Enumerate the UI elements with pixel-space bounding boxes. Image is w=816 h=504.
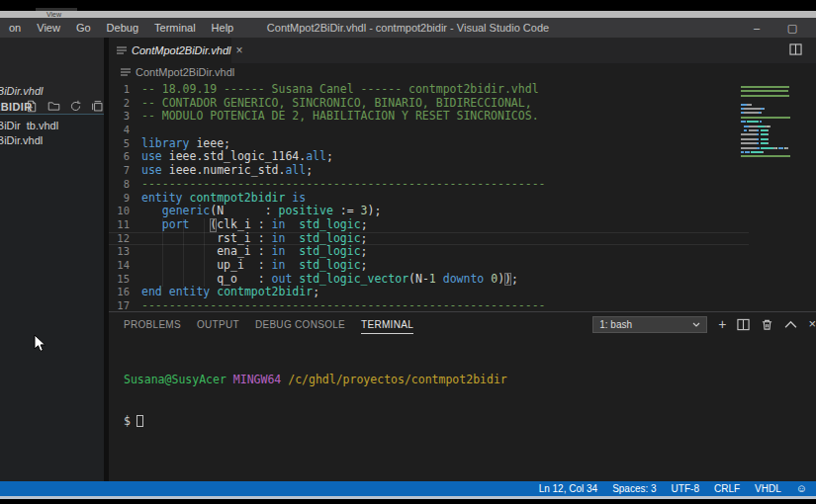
- tab-close-icon[interactable]: ×: [235, 44, 242, 56]
- new-folder-icon[interactable]: [47, 99, 60, 115]
- file-tree-item-label: ContMpot2BiDir_tb.vhdl: [0, 120, 58, 129]
- status-item[interactable]: VHDL: [755, 483, 781, 494]
- line-number: 17: [109, 299, 141, 311]
- terminal-cursor: [136, 415, 143, 427]
- open-editor-filename: ContMpot2BiDir.vhdl: [0, 85, 43, 96]
- new-terminal-icon[interactable]: +: [718, 317, 726, 331]
- code-line: 14 up_i : in std_logic;: [109, 259, 816, 273]
- editor-actions: [789, 38, 802, 63]
- terminal-input-line: $: [124, 414, 816, 428]
- status-item[interactable]: UTF-8: [672, 483, 699, 494]
- file-tree-item[interactable]: ContMpot2BiDir.vhdl: [0, 129, 108, 144]
- screen: View onViewGoDebugTerminalHelp ContMpot2…: [0, 0, 816, 504]
- open-editor-entry[interactable]: ContMpot2BiDir.vhdl: [0, 81, 109, 96]
- code-line: 17--------------------------------------…: [109, 299, 816, 311]
- code-editor[interactable]: 1-- 18.09.19 ------ Susana Canel ------ …: [109, 81, 816, 311]
- line-number: 13: [109, 245, 141, 259]
- terminal-shell-select[interactable]: 1: bash: [592, 316, 707, 333]
- refresh-icon[interactable]: [69, 99, 82, 115]
- explorer-actions: [26, 99, 104, 115]
- line-number: 3: [109, 110, 141, 124]
- code-line: 3-- MODULO POTENCIA DE 2, HABILITACION Y…: [109, 110, 816, 124]
- code-line: 5library ieee;: [109, 137, 816, 151]
- collapse-all-icon[interactable]: [91, 99, 104, 115]
- code-line: 7use ieee.numeric_std.all;: [109, 164, 816, 178]
- split-terminal-icon[interactable]: [737, 318, 750, 331]
- title-bar: onViewGoDebugTerminalHelp ContMpot2BiDir…: [0, 18, 816, 38]
- terminal-prompt-line: Susana@SusyAcer MINGW64 /c/ghdl/proyecto…: [124, 373, 816, 386]
- menu-item-on[interactable]: on: [1, 18, 29, 38]
- feedback-smiley-icon[interactable]: ☺: [796, 483, 807, 494]
- panel-tab-terminal[interactable]: TERMINAL: [361, 315, 413, 334]
- code-line: 6use ieee.std_logic_1164.all;: [109, 150, 816, 164]
- line-number: 4: [109, 124, 141, 137]
- kill-terminal-icon[interactable]: [761, 318, 773, 331]
- file-tree-item[interactable]: ContMpot2BiDir_tb.vhdl: [0, 115, 108, 129]
- status-items: Ln 12, Col 34Spaces: 3UTF-8CRLFVHDL: [539, 483, 781, 494]
- line-number: 6: [109, 150, 141, 164]
- line-number: 16: [109, 286, 141, 299]
- line-number: 11: [109, 218, 141, 232]
- menu-item-go[interactable]: Go: [68, 18, 99, 38]
- shell-select-value: 1: bash: [599, 319, 632, 330]
- panel-header: PROBLEMSOUTPUTDEBUG CONSOLETERMINAL 1: b…: [109, 312, 816, 336]
- tab-bar: ContMpot2BiDir.vhdl ×: [109, 38, 816, 63]
- menu-item-debug[interactable]: Debug: [99, 18, 146, 38]
- panel-tab-debug-console[interactable]: DEBUG CONSOLE: [255, 315, 345, 333]
- file-tree: ContMpot2BiDir_tb.vhdlContMpot2BiDir.vhd…: [0, 114, 109, 481]
- panel-tab-problems[interactable]: PROBLEMS: [124, 315, 181, 333]
- split-editor-icon[interactable]: [789, 42, 802, 59]
- main-area: ContMpot2BiDir.vhdl CONTMPOT2BIDIR ContM…: [0, 38, 816, 481]
- code-line: 13 ena_i : in std_logic;: [109, 245, 816, 259]
- line-number: 8: [109, 178, 141, 192]
- background-menu-strip: [0, 11, 816, 18]
- line-number: 5: [109, 137, 141, 151]
- menu-item-view[interactable]: View: [29, 18, 68, 38]
- line-number: 14: [109, 259, 141, 273]
- code-line: 10 generic(N : positive := 3);: [109, 205, 816, 218]
- close-panel-icon[interactable]: ×: [808, 317, 816, 331]
- file-type-icon: [117, 45, 127, 56]
- line-number: 2: [109, 97, 141, 111]
- terminal-dollar: $: [124, 414, 131, 428]
- line-number: 10: [109, 205, 141, 218]
- menu-bar: onViewGoDebugTerminalHelp: [0, 18, 241, 38]
- breadcrumb[interactable]: ContMpot2BiDir.vhdl: [109, 63, 816, 81]
- background-view-label: View: [46, 11, 61, 18]
- explorer-sidebar: ContMpot2BiDir.vhdl CONTMPOT2BIDIR ContM…: [0, 38, 109, 481]
- code-line: 4: [109, 124, 816, 137]
- status-item[interactable]: Spaces: 3: [612, 483, 656, 494]
- panel-tab-output[interactable]: OUTPUT: [197, 315, 239, 333]
- panel-tabs: PROBLEMSOUTPUTDEBUG CONSOLETERMINAL: [124, 315, 429, 334]
- folder-section-header[interactable]: CONTMPOT2BIDIR: [0, 97, 109, 115]
- code-line: 16end entity contmpot2bidir;: [109, 286, 816, 299]
- code-line: 1-- 18.09.19 ------ Susana Canel ------ …: [109, 83, 816, 97]
- code-line: 2-- CONTADOR GENERICO, SINCRONICO, BINAR…: [109, 97, 816, 111]
- status-bar: Ln 12, Col 34Spaces: 3UTF-8CRLFVHDL ☺: [0, 481, 816, 496]
- code-line: 15 q_o : out std_logic_vector(N-1 downto…: [109, 273, 816, 287]
- line-number: 7: [109, 164, 141, 178]
- new-file-icon[interactable]: [26, 99, 39, 115]
- minimize-button[interactable]: –: [739, 18, 774, 38]
- window-controls: – ▢: [739, 18, 810, 38]
- menu-item-terminal[interactable]: Terminal: [146, 18, 204, 38]
- maximize-button[interactable]: ▢: [774, 18, 810, 38]
- status-item[interactable]: Ln 12, Col 34: [539, 483, 598, 494]
- maximize-panel-icon[interactable]: [784, 318, 797, 331]
- minimap[interactable]: [741, 86, 796, 165]
- chevron-down-icon: [692, 322, 700, 327]
- line-number: 12: [109, 232, 141, 246]
- menu-item-help[interactable]: Help: [204, 18, 242, 38]
- terminal-output[interactable]: Susana@SusyAcer MINGW64 /c/ghdl/proyecto…: [109, 336, 816, 481]
- editor-tab[interactable]: ContMpot2BiDir.vhdl ×: [109, 38, 231, 63]
- status-item[interactable]: CRLF: [714, 483, 740, 494]
- breadcrumb-file-icon: [121, 67, 131, 78]
- vscode-window: onViewGoDebugTerminalHelp ContMpot2BiDir…: [0, 18, 816, 496]
- bottom-letterbox-strip: [0, 496, 816, 499]
- line-number: 1: [109, 83, 141, 97]
- tab-label: ContMpot2BiDir.vhdl: [132, 44, 230, 56]
- code-lines: 1-- 18.09.19 ------ Susana Canel ------ …: [109, 83, 816, 311]
- breadcrumb-label: ContMpot2BiDir.vhdl: [136, 66, 234, 78]
- code-line: 9entity contmpot2bidir is: [109, 192, 816, 206]
- code-line: 11 port (clk_i : in std_logic;: [109, 218, 816, 232]
